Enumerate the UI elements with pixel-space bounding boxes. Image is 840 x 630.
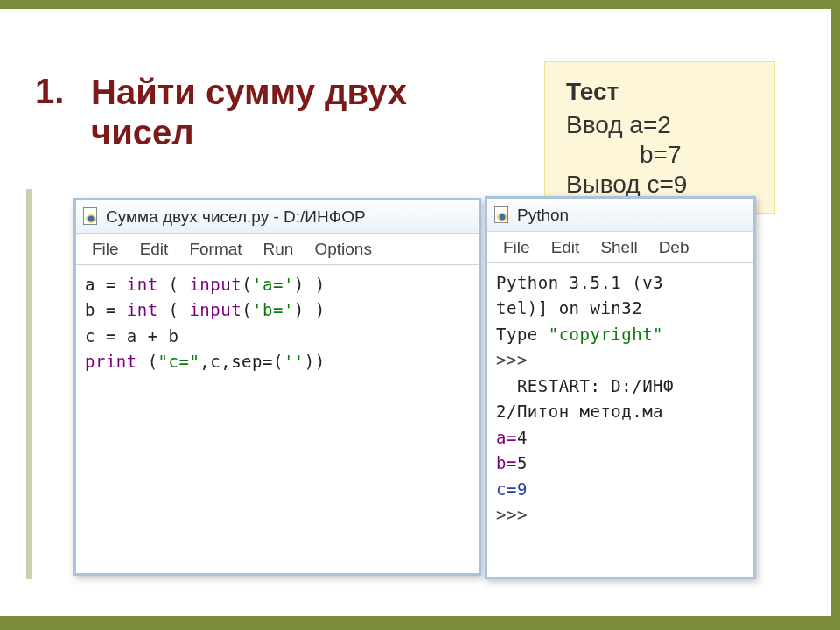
slide-title: 1. Найти сумму двух чисел (35, 72, 551, 152)
shell-title: Python (517, 206, 569, 225)
code-line-3: c = a + b (85, 324, 470, 349)
test-line-3: Вывод с=9 (566, 171, 759, 199)
slide: 1. Найти сумму двух чисел Тест Ввод а=2 … (0, 0, 840, 630)
slide-title-text: Найти сумму двух чисел (91, 72, 407, 152)
shell-titlebar[interactable]: Python (487, 199, 753, 232)
shell-restart: RESTART: D:/ИНФ (496, 374, 745, 399)
menu-edit[interactable]: Edit (541, 238, 591, 257)
test-heading: Тест (566, 78, 759, 106)
menu-run[interactable]: Run (253, 240, 304, 259)
menu-edit[interactable]: Edit (130, 240, 179, 259)
test-box: Тест Ввод а=2 b=7 Вывод с=9 (544, 61, 775, 214)
shell-var-b: b=5 (496, 451, 745, 476)
shell-menubar: File Edit Shell Deb (487, 232, 753, 263)
menu-shell[interactable]: Shell (590, 238, 648, 257)
test-line-1: Ввод а=2 (566, 111, 759, 139)
code-line-2: b = int ( input('b=') ) (85, 298, 470, 323)
shell-output[interactable]: Python 3.5.1 (v3 tel)] on win32 Type "co… (487, 263, 753, 535)
python-file-icon (494, 206, 510, 225)
code-line-4: print ("c=",c,sep=('')) (85, 349, 470, 374)
shell-var-c: c=9 (496, 477, 745, 502)
shell-var-a: a=4 (496, 425, 745, 451)
shell-prompt: >>> (496, 347, 745, 373)
shell-window: Python File Edit Shell Deb Python 3.5.1 … (485, 196, 756, 579)
editor-menubar: File Edit Format Run Options (76, 234, 479, 265)
editor-title: Сумма двух чисел.ру - D:/ИНФОР (106, 207, 366, 227)
editor-titlebar[interactable]: Сумма двух чисел.ру - D:/ИНФОР (76, 200, 479, 234)
shell-prompt: >>> (496, 502, 745, 528)
test-line-2: b=7 (566, 141, 759, 169)
python-file-icon (83, 207, 99, 227)
shell-line: Python 3.5.1 (v3 (496, 270, 745, 296)
shell-line: tel)] on win32 (496, 296, 745, 321)
shell-line: Type "copyright" (496, 322, 745, 347)
shell-path: 2/Питон метод.ма (496, 399, 745, 424)
menu-options[interactable]: Options (304, 240, 382, 259)
menu-file[interactable]: File (493, 238, 541, 257)
editor-code[interactable]: a = int ( input('a=') ) b = int ( input(… (76, 265, 479, 382)
menu-debug[interactable]: Deb (648, 238, 700, 257)
menu-format[interactable]: Format (178, 240, 252, 259)
accent-bar (26, 189, 32, 579)
menu-file[interactable]: File (81, 240, 130, 259)
code-line-1: a = int ( input('a=') ) (85, 272, 470, 298)
editor-window: Сумма двух чисел.ру - D:/ИНФОР File Edit… (74, 198, 481, 576)
slide-number: 1. (35, 72, 70, 111)
